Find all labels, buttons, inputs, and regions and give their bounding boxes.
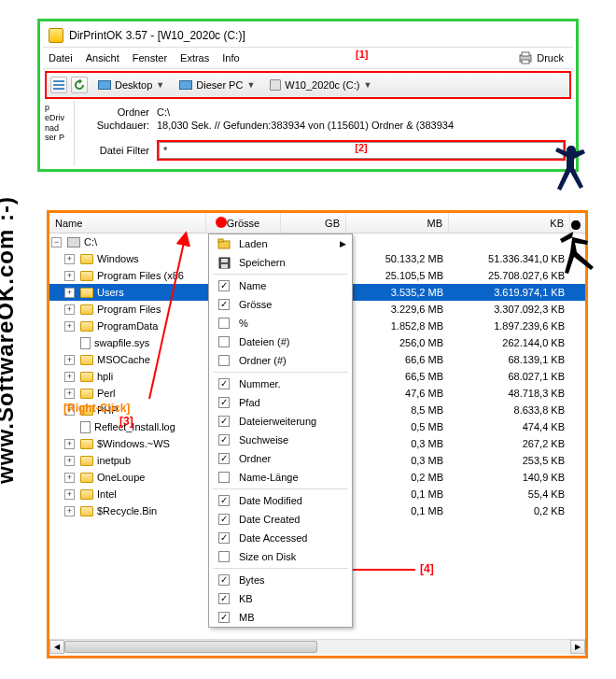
annotation-marker-3: [3] (119, 415, 133, 428)
cell-mb: 1.852,8 MB (346, 320, 449, 332)
folder-value: C:\ (157, 106, 170, 118)
cell-mb: 0,3 MB (346, 438, 449, 449)
breadcrumb-desktop[interactable]: Desktop▼ (91, 77, 171, 93)
context-menu-item[interactable]: Dateien (#) (209, 332, 352, 351)
cell-kb: 68.139,1 KB (449, 354, 570, 365)
context-menu-label: Dateien (#) (239, 336, 289, 347)
column-name[interactable]: Name (49, 213, 206, 233)
menu-ansicht[interactable]: Ansicht (86, 52, 119, 64)
context-menu-item[interactable]: ✓Ordner (209, 449, 352, 468)
menu-datei[interactable]: Datei (49, 52, 73, 64)
folder-icon (80, 271, 93, 281)
cell-mb: 256,0 MB (346, 337, 449, 348)
menubar: Datei Ansicht Fenster Extras Info [1] Dr… (43, 48, 573, 69)
left-strip: p eDriv nad ser P (43, 101, 75, 166)
context-menu-item[interactable]: ✓Suchweise (209, 431, 352, 449)
context-menu-item[interactable]: ✓Grösse (209, 295, 352, 314)
checkbox-icon (218, 318, 230, 329)
context-menu-item[interactable]: ✓Dateierweiterung (209, 412, 352, 431)
row-name: OneLoupe (97, 472, 145, 483)
annotation-red-dot (216, 217, 227, 228)
top-window-panel: DirPrintOK 3.57 - [W10_2020c (C:)] Datei… (37, 19, 579, 172)
cell-kb: 68.027,1 KB (449, 371, 570, 382)
context-menu-label: Date Modified (239, 495, 302, 506)
annotation-rightclick: [Right-Click] (63, 402, 130, 415)
checkbox-icon: ✓ (218, 532, 230, 544)
cell-mb: 3.535,2 MB (346, 287, 449, 298)
duration-label: Suchdauer: (82, 120, 157, 131)
context-menu-item[interactable]: % (209, 314, 352, 332)
breadcrumb-bar: Desktop▼ Dieser PC▼ W10_2020c (C:)▼ (47, 73, 569, 97)
duration-value: 18,030 Sek. // Gefunden:383934 von (1156… (157, 120, 454, 131)
scroll-thumb[interactable] (64, 641, 317, 653)
row-name: Windows (97, 253, 139, 264)
cell-kb: 0,2 KB (449, 505, 570, 516)
context-menu-item[interactable]: ✓KB (209, 589, 352, 608)
context-menu-item[interactable]: Name-Länge (209, 468, 352, 487)
expander-icon[interactable]: + (64, 456, 75, 466)
column-gb[interactable]: GB (281, 213, 346, 233)
expander-icon[interactable]: + (64, 389, 75, 399)
cell-kb: 51.336.341,0 KB (449, 253, 570, 264)
column-mb[interactable]: MB (346, 213, 449, 233)
expander-icon[interactable]: + (64, 304, 75, 315)
disk-icon (67, 237, 80, 248)
context-menu-item[interactable]: ✓Bytes (209, 571, 352, 589)
expander-icon[interactable]: + (64, 321, 75, 332)
checkbox-icon: ✓ (218, 574, 230, 586)
svg-rect-1 (522, 52, 529, 56)
svg-rect-3 (53, 80, 64, 82)
context-menu-item[interactable]: ✓Name (209, 276, 352, 295)
context-menu-item[interactable]: ✓Date Modified (209, 491, 352, 510)
folder-icon (80, 489, 93, 500)
expander-icon[interactable]: + (64, 473, 75, 483)
breadcrumb-pc[interactable]: Dieser PC▼ (173, 77, 261, 93)
expander-icon[interactable]: + (64, 355, 75, 365)
context-menu-item[interactable]: ✓Date Accessed (209, 529, 352, 547)
app-icon (49, 28, 63, 43)
checkbox-icon: ✓ (218, 495, 230, 506)
context-menu-label: Name (239, 280, 266, 291)
context-menu-item[interactable]: ✓MB (209, 608, 352, 627)
expander-icon[interactable]: + (64, 372, 75, 382)
breadcrumb-drive[interactable]: W10_2020c (C:)▼ (263, 77, 378, 93)
cell-mb: 0,5 MB (346, 421, 449, 432)
cell-kb: 262.144,0 KB (449, 337, 570, 348)
print-button[interactable]: Druck (518, 51, 567, 64)
file-icon (80, 337, 91, 349)
menu-extras[interactable]: Extras (180, 52, 209, 64)
expander-icon[interactable]: − (51, 237, 62, 248)
refresh-icon[interactable] (71, 77, 88, 93)
context-menu-laden[interactable]: Laden ▶ (209, 234, 352, 253)
checkbox-icon: ✓ (218, 397, 230, 408)
folder-icon (80, 506, 93, 516)
expander-icon[interactable]: + (64, 254, 75, 264)
scroll-left-button[interactable]: ◀ (49, 640, 64, 654)
expander-icon[interactable]: + (64, 439, 75, 449)
column-kb[interactable]: KB (449, 213, 570, 233)
expander-icon[interactable]: + (64, 506, 75, 516)
context-menu-item[interactable]: Ordner (#) (209, 351, 352, 370)
expander-icon[interactable]: + (64, 489, 75, 500)
folder-icon (80, 304, 93, 315)
menu-fenster[interactable]: Fenster (133, 52, 167, 64)
horizontal-scrollbar[interactable]: ◀ ▶ (49, 639, 585, 654)
expander-icon[interactable]: + (64, 288, 75, 298)
context-menu-item[interactable]: Size on Disk (209, 547, 352, 566)
view-list-icon[interactable] (50, 77, 67, 93)
menu-info[interactable]: Info (222, 52, 239, 64)
cell-mb: 66,5 MB (346, 371, 449, 382)
context-menu-item[interactable]: ✓Nummer. (209, 375, 352, 393)
checkbox-icon: ✓ (218, 514, 230, 525)
context-menu-label: Bytes (239, 574, 265, 586)
context-menu-item[interactable]: ✓Date Created (209, 510, 352, 529)
row-name: C:\ (84, 236, 97, 248)
context-menu-label: Name-Länge (239, 472, 299, 483)
expander-icon[interactable]: + (64, 271, 75, 281)
context-menu-item[interactable]: ✓Pfad (209, 393, 352, 412)
cell-mb: 47,6 MB (346, 388, 449, 399)
checkbox-icon: ✓ (218, 378, 230, 389)
scroll-right-button[interactable]: ▶ (570, 640, 585, 654)
folder-icon (80, 439, 93, 449)
context-menu-speichern[interactable]: Speichern (209, 253, 352, 272)
